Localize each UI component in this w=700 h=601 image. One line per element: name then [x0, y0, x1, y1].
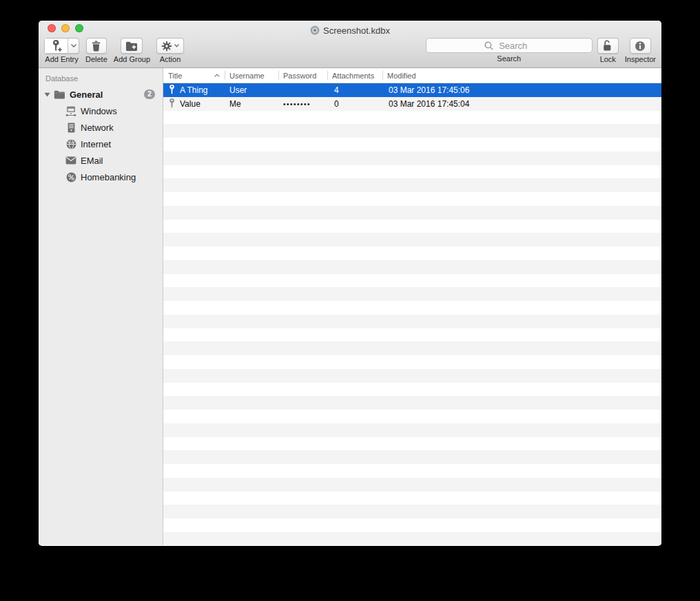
column-header-username[interactable]: Username	[225, 68, 278, 83]
empty-row	[163, 138, 661, 151]
empty-row	[163, 410, 661, 423]
sidebar-group-label: General	[70, 89, 103, 100]
close-icon[interactable]	[48, 24, 56, 32]
empty-row	[163, 192, 661, 206]
delete-label: Delete	[85, 55, 107, 63]
zoom-icon[interactable]	[75, 24, 83, 32]
disclosure-triangle-icon[interactable]	[43, 92, 51, 97]
sidebar: Database General 2	[39, 68, 163, 545]
column-header-title[interactable]: Title	[163, 68, 225, 83]
entry-password: ••••••••	[278, 99, 327, 108]
empty-row	[163, 328, 661, 342]
trash-icon	[91, 41, 101, 52]
empty-row	[163, 492, 661, 505]
info-icon	[635, 41, 646, 52]
sidebar-item-internet[interactable]: Internet	[39, 136, 163, 152]
empty-row	[163, 383, 661, 397]
entry-username: User	[225, 85, 278, 95]
empty-row	[163, 315, 661, 328]
envelope-icon	[65, 155, 76, 166]
action-button[interactable]	[156, 38, 184, 54]
key-icon	[169, 98, 175, 109]
add-entry-button[interactable]	[44, 38, 79, 54]
sidebar-item-label: Internet	[81, 139, 111, 149]
empty-row	[163, 260, 661, 274]
toolbar: Add Entry Delete	[39, 36, 661, 67]
entry-modified: 03 Mar 2016 17:45:06	[382, 85, 661, 95]
empty-row	[163, 505, 661, 518]
percent-circle-icon	[65, 171, 76, 182]
empty-row	[163, 437, 661, 451]
titlebar[interactable]: Screenshot.kdbx	[39, 21, 661, 36]
sidebar-item-label: EMail	[81, 156, 103, 166]
empty-row	[163, 478, 661, 492]
entry-modified: 03 Mar 2016 17:45:04	[382, 99, 661, 109]
chevron-down-icon[interactable]	[68, 39, 79, 53]
entry-title: Value	[180, 99, 200, 109]
empty-row	[163, 233, 661, 246]
empty-row	[163, 450, 661, 464]
gear-icon	[161, 41, 172, 52]
search-label: Search	[497, 54, 521, 63]
traffic-lights	[48, 21, 83, 36]
empty-row	[163, 287, 661, 301]
document-proxy-icon[interactable]	[310, 25, 320, 35]
sidebar-item-email[interactable]: EMail	[39, 152, 163, 169]
entry-attachments: 4	[327, 85, 382, 95]
entry-list: A Thing User 4 03 Mar 2016 17:45:06 Valu…	[163, 83, 661, 545]
key-icon	[169, 85, 175, 95]
minimize-icon[interactable]	[61, 24, 70, 32]
search-input[interactable]	[426, 39, 592, 52]
empty-row	[163, 178, 661, 192]
lock-open-icon	[603, 40, 612, 52]
empty-row	[163, 518, 661, 532]
inspector-button[interactable]	[630, 38, 651, 54]
sidebar-item-windows[interactable]: Windows	[39, 103, 163, 119]
empty-row	[163, 301, 661, 315]
key-plus-icon	[45, 39, 68, 53]
inspector-label: Inspector	[625, 55, 656, 63]
app-window: Screenshot.kdbx Add Entry	[39, 21, 661, 546]
sidebar-section-header: Database	[39, 68, 163, 86]
add-group-button[interactable]	[121, 38, 143, 54]
entry-row-a-thing[interactable]: A Thing User 4 03 Mar 2016 17:45:06	[163, 83, 661, 97]
sort-ascending-icon	[214, 74, 220, 77]
lock-button[interactable]	[597, 38, 619, 54]
empty-row	[163, 396, 661, 410]
empty-row	[163, 246, 661, 260]
window-title: Screenshot.kdbx	[323, 25, 390, 36]
column-header-attachments[interactable]: Attachments	[327, 68, 382, 83]
entry-password	[278, 89, 327, 91]
folder-plus-icon	[125, 41, 138, 51]
empty-row	[163, 165, 661, 179]
sidebar-item-label: Network	[81, 123, 114, 133]
sidebar-group-general[interactable]: General 2	[39, 86, 163, 103]
window-chrome: Screenshot.kdbx Add Entry	[39, 21, 661, 68]
empty-row	[163, 341, 661, 355]
sidebar-item-homebanking[interactable]: Homebanking	[39, 169, 163, 185]
empty-row	[163, 369, 661, 383]
entry-row-value[interactable]: Value Me •••••••• 0 03 Mar 2016 17:45:04	[163, 97, 661, 111]
lock-label: Lock	[600, 55, 616, 63]
table-header: Title Username Password Attachments Modi…	[163, 68, 661, 83]
entry-count-badge: 2	[144, 89, 155, 99]
empty-row	[163, 274, 661, 288]
entry-username: Me	[225, 99, 278, 109]
sidebar-item-network[interactable]: Network	[39, 119, 163, 136]
empty-row	[163, 355, 661, 369]
empty-row	[163, 220, 661, 233]
sidebar-item-label: Windows	[81, 106, 117, 116]
entry-table: Title Username Password Attachments Modi…	[163, 68, 661, 545]
empty-row	[163, 532, 661, 545]
delete-button[interactable]	[86, 38, 107, 54]
column-header-password[interactable]: Password	[278, 68, 327, 83]
action-label: Action	[160, 55, 181, 63]
folder-icon	[54, 90, 65, 99]
empty-row	[163, 111, 661, 125]
entry-title: A Thing	[180, 85, 207, 95]
column-header-modified[interactable]: Modified	[382, 68, 661, 83]
add-entry-label: Add Entry	[45, 55, 78, 63]
empty-row	[163, 423, 661, 437]
server-icon	[65, 122, 76, 133]
sidebar-item-label: Homebanking	[81, 172, 136, 182]
